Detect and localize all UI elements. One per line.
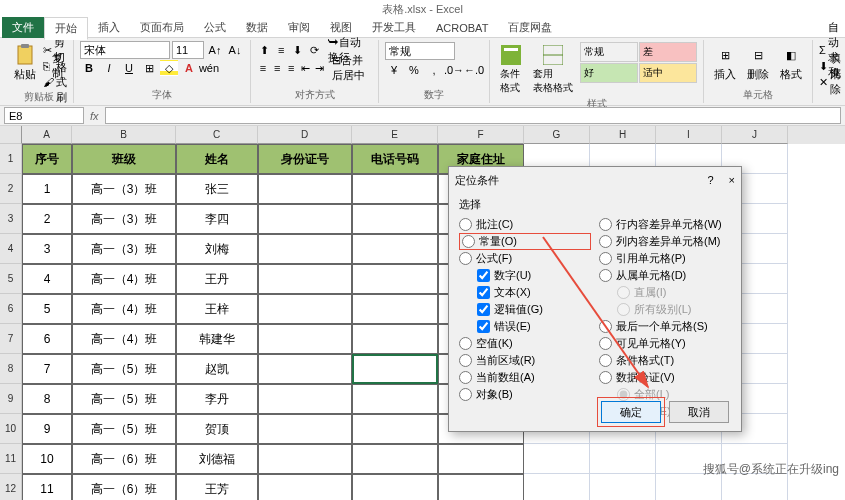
row-header-5[interactable]: 5 <box>0 264 22 294</box>
font-name-select[interactable]: 宋体 <box>80 41 170 59</box>
data-cell[interactable] <box>352 174 438 204</box>
col-header-J[interactable]: J <box>722 126 788 144</box>
fill-color-button[interactable]: ◇ <box>160 60 178 76</box>
align-right-button[interactable]: ≡ <box>285 60 297 76</box>
dialog-option[interactable]: 当前区域(R) <box>459 352 591 369</box>
formula-bar[interactable] <box>105 107 841 124</box>
data-cell[interactable]: 8 <box>22 384 72 414</box>
data-cell[interactable]: 高一（5）班 <box>72 384 176 414</box>
table-header[interactable]: 姓名 <box>176 144 258 174</box>
data-cell[interactable]: 5 <box>22 294 72 324</box>
comma-button[interactable]: , <box>425 62 443 78</box>
align-top-button[interactable]: ⬆ <box>257 42 272 58</box>
dialog-option-input[interactable] <box>599 371 612 384</box>
data-cell[interactable] <box>258 204 352 234</box>
percent-button[interactable]: % <box>405 62 423 78</box>
dialog-option-input[interactable] <box>599 252 612 265</box>
format-cells-button[interactable]: ◧格式 <box>776 42 806 84</box>
table-header[interactable]: 身份证号 <box>258 144 352 174</box>
increase-font-button[interactable]: A↑ <box>206 42 224 58</box>
empty-cell[interactable] <box>590 444 656 474</box>
row-header-2[interactable]: 2 <box>0 174 22 204</box>
data-cell[interactable]: 高一（5）班 <box>72 354 176 384</box>
row-header-9[interactable]: 9 <box>0 384 22 414</box>
dialog-option-input[interactable] <box>477 269 490 282</box>
col-header-A[interactable]: A <box>22 126 72 144</box>
row-header-11[interactable]: 11 <box>0 444 22 474</box>
table-header[interactable]: 电话号码 <box>352 144 438 174</box>
font-color-button[interactable]: A <box>180 60 198 76</box>
row-header-10[interactable]: 10 <box>0 414 22 444</box>
border-button[interactable]: ⊞ <box>140 60 158 76</box>
data-cell[interactable] <box>352 444 438 474</box>
data-cell[interactable]: 张三 <box>176 174 258 204</box>
ribbon-tab-5[interactable]: 数据 <box>236 17 278 38</box>
dialog-titlebar[interactable]: 定位条件 ? × <box>449 167 741 193</box>
dialog-option[interactable]: 空值(K) <box>459 335 591 352</box>
bold-button[interactable]: B <box>80 60 98 76</box>
fx-icon[interactable]: fx <box>90 110 99 122</box>
data-cell[interactable]: 韩建华 <box>176 324 258 354</box>
col-header-D[interactable]: D <box>258 126 352 144</box>
data-cell[interactable]: 1 <box>22 174 72 204</box>
dialog-option-input[interactable] <box>599 337 612 350</box>
dialog-option[interactable]: 行内容差异单元格(W) <box>599 216 731 233</box>
paste-button[interactable]: 粘贴 <box>10 42 40 84</box>
data-cell[interactable] <box>352 324 438 354</box>
data-cell[interactable] <box>258 354 352 384</box>
data-cell[interactable] <box>258 414 352 444</box>
name-box[interactable] <box>4 107 84 124</box>
data-cell[interactable] <box>352 234 438 264</box>
data-cell[interactable]: 高一（6）班 <box>72 474 176 500</box>
data-cell[interactable]: 11 <box>22 474 72 500</box>
data-cell[interactable]: 高一（4）班 <box>72 264 176 294</box>
delete-cells-button[interactable]: ⊟删除 <box>743 42 773 84</box>
data-cell[interactable]: 刘德福 <box>176 444 258 474</box>
data-cell[interactable]: 高一（5）班 <box>72 414 176 444</box>
data-cell[interactable]: 王梓 <box>176 294 258 324</box>
conditional-format-button[interactable]: 条件格式 <box>496 42 526 97</box>
data-cell[interactable] <box>258 174 352 204</box>
data-cell[interactable] <box>258 444 352 474</box>
row-header-6[interactable]: 6 <box>0 294 22 324</box>
data-cell[interactable] <box>352 384 438 414</box>
ribbon-tab-3[interactable]: 页面布局 <box>130 17 194 38</box>
increase-indent-button[interactable]: ⇥ <box>313 60 325 76</box>
dialog-option[interactable]: 公式(F) <box>459 250 591 267</box>
data-cell[interactable]: 高一（4）班 <box>72 294 176 324</box>
data-cell[interactable]: 7 <box>22 354 72 384</box>
style-neutral[interactable]: 适中 <box>639 63 697 83</box>
data-cell[interactable] <box>258 324 352 354</box>
dialog-option[interactable]: 数字(U) <box>459 267 591 284</box>
phonetic-button[interactable]: wén <box>200 60 218 76</box>
data-cell[interactable]: 3 <box>22 234 72 264</box>
ribbon-tab-4[interactable]: 公式 <box>194 17 236 38</box>
dialog-option-input[interactable] <box>459 337 472 350</box>
data-cell[interactable]: 高一（3）班 <box>72 204 176 234</box>
empty-cell[interactable] <box>524 474 590 500</box>
data-cell[interactable] <box>258 384 352 414</box>
style-good[interactable]: 好 <box>580 63 638 83</box>
style-normal[interactable]: 常规 <box>580 42 638 62</box>
dialog-option[interactable]: 错误(E) <box>459 318 591 335</box>
row-header-8[interactable]: 8 <box>0 354 22 384</box>
empty-cell[interactable] <box>590 474 656 500</box>
dialog-option[interactable]: 逻辑值(G) <box>459 301 591 318</box>
ribbon-tab-1[interactable]: 开始 <box>44 17 88 40</box>
dialog-option-input[interactable] <box>462 235 475 248</box>
row-header-4[interactable]: 4 <box>0 234 22 264</box>
dialog-option[interactable]: 当前数组(A) <box>459 369 591 386</box>
cell-styles[interactable]: 常规 差 好 适中 <box>580 42 697 83</box>
empty-cell[interactable] <box>524 444 590 474</box>
decrease-decimal-button[interactable]: ←.0 <box>465 62 483 78</box>
table-header[interactable]: 序号 <box>22 144 72 174</box>
dialog-option[interactable]: 批注(C) <box>459 216 591 233</box>
dialog-option[interactable]: 可见单元格(Y) <box>599 335 731 352</box>
data-cell[interactable]: 刘梅 <box>176 234 258 264</box>
dialog-option-input[interactable] <box>477 303 490 316</box>
data-cell[interactable]: 贺顶 <box>176 414 258 444</box>
ribbon-tab-6[interactable]: 审阅 <box>278 17 320 38</box>
dialog-option[interactable]: 常量(O) <box>459 233 591 250</box>
dialog-option-input[interactable] <box>459 371 472 384</box>
dialog-option[interactable]: 列内容差异单元格(M) <box>599 233 731 250</box>
